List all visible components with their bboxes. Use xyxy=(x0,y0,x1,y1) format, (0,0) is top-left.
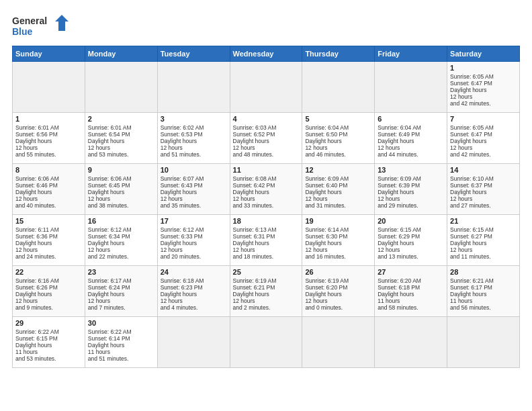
daylight-mins: and 48 minutes. xyxy=(233,151,273,158)
day-cell: 25Sunrise: 6:19 AMSunset: 6:21 PMDayligh… xyxy=(230,266,302,317)
daylight-hours: 12 hours xyxy=(88,298,110,304)
sunrise: Sunrise: 6:04 AM xyxy=(305,124,349,131)
sunset: Sunset: 6:17 PM xyxy=(450,284,492,291)
daylight-mins: and 18 minutes. xyxy=(233,253,273,260)
col-header-tuesday: Tuesday xyxy=(157,46,230,62)
daylight-label: Daylight hours xyxy=(305,189,341,195)
day-number: 7 xyxy=(450,115,517,123)
sunrise: Sunrise: 6:12 AM xyxy=(161,226,204,233)
day-number: 28 xyxy=(450,268,517,276)
week-row-2: 1Sunrise: 6:01 AMSunset: 6:56 PMDaylight… xyxy=(13,113,520,164)
day-number: 1 xyxy=(450,64,517,72)
daylight-hours: 12 hours xyxy=(305,195,327,202)
daylight-label: Daylight hours xyxy=(161,138,197,144)
sunset: Sunset: 6:45 PM xyxy=(88,182,130,189)
day-number: 17 xyxy=(161,217,227,225)
daylight-mins: and 20 minutes. xyxy=(161,253,201,260)
day-cell xyxy=(230,62,302,113)
daylight-hours: 12 hours xyxy=(305,144,327,151)
sunrise: Sunrise: 6:22 AM xyxy=(88,328,132,335)
daylight-mins: and 29 minutes. xyxy=(378,202,418,209)
day-cell: 3Sunrise: 6:02 AMSunset: 6:53 PMDaylight… xyxy=(157,113,230,164)
logo-svg: General Blue xyxy=(12,12,73,39)
day-cell: 4Sunrise: 6:03 AMSunset: 6:52 PMDaylight… xyxy=(230,113,302,164)
daylight-hours: 12 hours xyxy=(378,144,400,151)
daylight-label: Daylight hours xyxy=(450,291,486,298)
sunrise: Sunrise: 6:12 AM xyxy=(88,226,132,233)
sunset: Sunset: 6:52 PM xyxy=(233,131,275,138)
col-header-saturday: Saturday xyxy=(447,46,520,62)
day-cell: 15Sunrise: 6:11 AMSunset: 6:36 PMDayligh… xyxy=(13,215,85,266)
daylight-mins: and 51 minutes. xyxy=(88,355,128,362)
day-cell: 1Sunrise: 6:01 AMSunset: 6:56 PMDaylight… xyxy=(13,113,85,164)
daylight-hours: 11 hours xyxy=(450,298,472,304)
day-number: 9 xyxy=(88,166,154,174)
calendar-table: SundayMondayTuesdayWednesdayThursdayFrid… xyxy=(12,46,520,368)
sunset: Sunset: 6:30 PM xyxy=(305,233,347,240)
daylight-mins: and 31 minutes. xyxy=(305,202,345,209)
daylight-label: Daylight hours xyxy=(378,240,414,246)
daylight-hours: 12 hours xyxy=(88,246,110,253)
sunrise: Sunrise: 6:20 AM xyxy=(378,277,421,284)
col-header-sunday: Sunday xyxy=(13,46,85,62)
sunset: Sunset: 6:26 PM xyxy=(15,284,58,291)
sunset: Sunset: 6:14 PM xyxy=(88,335,130,342)
daylight-hours: 12 hours xyxy=(450,195,472,202)
daylight-hours: 12 hours xyxy=(161,246,183,253)
daylight-hours: 12 hours xyxy=(161,298,183,304)
day-cell xyxy=(85,62,157,113)
day-number: 16 xyxy=(88,217,154,225)
daylight-hours: 12 hours xyxy=(161,144,183,151)
daylight-hours: 12 hours xyxy=(378,246,400,253)
day-number: 11 xyxy=(233,166,300,174)
day-number: 8 xyxy=(15,166,82,174)
sunset: Sunset: 6:29 PM xyxy=(378,233,420,240)
day-cell: 18Sunrise: 6:13 AMSunset: 6:31 PMDayligh… xyxy=(230,215,302,266)
daylight-hours: 11 hours xyxy=(88,349,110,355)
day-cell xyxy=(157,317,230,368)
day-cell xyxy=(302,62,375,113)
day-cell xyxy=(447,317,520,368)
sunset: Sunset: 6:50 PM xyxy=(305,131,347,138)
sunrise: Sunrise: 6:22 AM xyxy=(15,328,59,335)
daylight-mins: and 35 minutes. xyxy=(161,202,201,209)
daylight-mins: and 42 minutes. xyxy=(450,100,490,107)
daylight-mins: and 53 minutes. xyxy=(15,355,56,362)
daylight-hours: 12 hours xyxy=(450,144,472,151)
day-cell: 19Sunrise: 6:14 AMSunset: 6:30 PMDayligh… xyxy=(302,215,375,266)
daylight-hours: 12 hours xyxy=(15,195,38,202)
sunset: Sunset: 6:20 PM xyxy=(305,284,347,291)
sunrise: Sunrise: 6:17 AM xyxy=(88,277,132,284)
sunrise: Sunrise: 6:09 AM xyxy=(305,175,349,182)
daylight-mins: and 38 minutes. xyxy=(88,202,128,209)
sunrise: Sunrise: 6:16 AM xyxy=(15,277,59,284)
daylight-label: Daylight hours xyxy=(233,240,269,246)
day-cell: 2Sunrise: 6:01 AMSunset: 6:54 PMDaylight… xyxy=(85,113,157,164)
daylight-label: Daylight hours xyxy=(233,189,269,195)
day-cell: 24Sunrise: 6:18 AMSunset: 6:23 PMDayligh… xyxy=(157,266,230,317)
sunrise: Sunrise: 6:06 AM xyxy=(15,175,59,182)
sunrise: Sunrise: 6:10 AM xyxy=(450,175,494,182)
logo: General Blue xyxy=(12,12,73,39)
day-cell xyxy=(230,317,302,368)
daylight-hours: 12 hours xyxy=(233,246,255,253)
sunrise: Sunrise: 6:18 AM xyxy=(161,277,204,284)
day-cell: 8Sunrise: 6:06 AMSunset: 6:46 PMDaylight… xyxy=(13,164,85,215)
day-cell: 5Sunrise: 6:04 AMSunset: 6:50 PMDaylight… xyxy=(302,113,375,164)
daylight-mins: and 51 minutes. xyxy=(161,151,201,158)
day-cell: 7Sunrise: 6:05 AMSunset: 6:47 PMDaylight… xyxy=(447,113,520,164)
daylight-label: Daylight hours xyxy=(450,189,486,195)
day-number: 23 xyxy=(88,268,154,276)
sunset: Sunset: 6:34 PM xyxy=(88,233,130,240)
daylight-label: Daylight hours xyxy=(378,189,414,195)
daylight-mins: and 56 minutes. xyxy=(450,304,490,311)
daylight-mins: and 58 minutes. xyxy=(378,304,418,311)
sunrise: Sunrise: 6:05 AM xyxy=(450,73,494,80)
day-number: 6 xyxy=(378,115,444,123)
day-cell: 13Sunrise: 6:09 AMSunset: 6:39 PMDayligh… xyxy=(375,164,447,215)
day-cell: 28Sunrise: 6:21 AMSunset: 6:17 PMDayligh… xyxy=(447,266,520,317)
daylight-label: Daylight hours xyxy=(161,189,197,195)
sunset: Sunset: 6:39 PM xyxy=(378,182,420,189)
day-number: 5 xyxy=(305,115,371,123)
sunset: Sunset: 6:37 PM xyxy=(450,182,492,189)
